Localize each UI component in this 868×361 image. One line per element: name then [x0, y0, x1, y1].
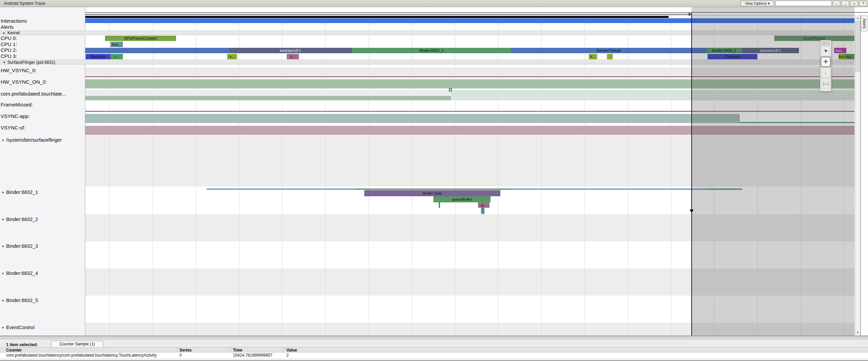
cursor-icon: ➤ — [821, 47, 830, 55]
selection-count-label: 1 item selected: — [6, 342, 38, 347]
thread-state-running2 — [512, 188, 706, 190]
horizontal-scroll-strip[interactable] — [0, 336, 868, 340]
help-button[interactable]: ? — [860, 1, 867, 6]
binder-sub-teal[interactable] — [481, 208, 484, 214]
table-row[interactable]: com.prefabulated.touchlatency/com.prefab… — [0, 353, 868, 358]
slice-w[interactable]: w... — [478, 202, 490, 208]
column-header[interactable]: Value — [286, 348, 297, 353]
selection-line[interactable] — [691, 12, 692, 336]
track-label[interactable]: CPU 1: — [1, 41, 17, 47]
slice-dispsync-1[interactable]: DispSync — [86, 54, 110, 59]
drag-grip-icon[interactable] — [821, 41, 830, 45]
thread-group-label[interactable]: ▾/system/bin/surfaceflinger — [2, 137, 62, 143]
touchlatency-band-bottom[interactable] — [85, 96, 451, 100]
tab-counter-sample[interactable]: Counter Sample (1) — [51, 341, 103, 347]
slice-k-green[interactable]: k... — [227, 54, 237, 59]
slice-cpu2-run[interactable] — [85, 48, 229, 53]
expander-icon[interactable]: ▾ — [2, 272, 4, 275]
slice-gpuframecomplet[interactable]: GPUFrameComplet — [105, 36, 176, 41]
track-label[interactable]: CPU 2: — [1, 47, 17, 53]
slice-binder-reply[interactable]: binder reply — [364, 190, 500, 196]
table-cell: 0 — [179, 353, 182, 358]
timing-tool-button[interactable]: |↔| — [821, 78, 830, 88]
scroll-up-icon[interactable]: ▲ — [855, 16, 860, 20]
expander-icon[interactable]: ▾ — [2, 138, 4, 142]
selection-tool-button[interactable]: ➤ — [821, 46, 830, 56]
table-cell: com.prefabulated.touchlatency/com.prefab… — [6, 353, 157, 358]
thread-group-label[interactable]: ▾EventControl — [2, 325, 35, 330]
track-label[interactable]: Alerts — [1, 24, 14, 30]
slice-k-green2[interactable]: k... — [589, 54, 597, 59]
thread-group-label[interactable]: ▾Binder:6832_4 — [2, 270, 38, 276]
column-separator[interactable] — [284, 347, 284, 353]
search-input[interactable] — [775, 1, 832, 6]
track-label[interactable]: com.prefabulated.touchlate... — [1, 91, 66, 97]
binder-sub-tick[interactable] — [439, 202, 440, 208]
column-separator[interactable] — [231, 347, 231, 353]
column-separator[interactable] — [177, 347, 177, 353]
slice-k-green3[interactable] — [607, 54, 613, 59]
fit-width-icon: |↔| — [823, 81, 828, 86]
track-label[interactable]: CPU 3: — [1, 53, 17, 59]
selection-line-handle[interactable] — [690, 209, 694, 213]
track-label[interactable]: FrameMissed: — [1, 102, 33, 107]
window-title: Android System Trace — [4, 1, 45, 6]
column-header[interactable]: Time — [233, 348, 242, 353]
thread-state-running — [207, 188, 355, 190]
expander-icon[interactable]: ▸ — [3, 31, 5, 35]
track-label[interactable]: HW_VSYNC_ON_0: — [1, 79, 47, 85]
track-label[interactable]: CPU 0: — [1, 35, 17, 41]
slice-k-mauve[interactable]: k... — [287, 54, 299, 59]
scroll-down-icon[interactable]: ▼ — [855, 330, 860, 335]
view-options-button[interactable]: View Options ▾ — [741, 1, 774, 6]
column-header[interactable]: Counter — [6, 348, 22, 353]
android-system-trace-window: Android System Trace View Options ▾ ← → … — [0, 0, 868, 361]
tool-palette: ➤ ✛ ↓ |↔| — [820, 40, 831, 92]
scrollbar-thumb[interactable] — [855, 21, 860, 72]
thread-state-runnable — [355, 188, 512, 190]
vsync-app-band[interactable] — [85, 114, 740, 123]
selected-sample-marker[interactable] — [449, 88, 452, 92]
slice-renderthread[interactable]: RenderThread — [511, 48, 707, 53]
expander-icon[interactable]: ▾ — [2, 326, 4, 329]
thread-group-label[interactable]: ▾Binder:6832_5 — [2, 298, 38, 303]
table-cell: 2 — [286, 353, 289, 358]
expander-icon[interactable]: ▾ — [3, 60, 5, 64]
down-arrow-icon: ↓ — [824, 69, 827, 75]
expander-icon[interactable]: ▾ — [2, 299, 4, 302]
expander-icon[interactable]: ▾ — [2, 190, 4, 194]
slice-binder-cpu2-1[interactable]: Binder:6832_1 — [352, 48, 511, 53]
track-label[interactable]: Interactions — [1, 18, 27, 24]
thread-group-label[interactable]: ▾Binder:6832_3 — [2, 243, 38, 249]
touchlatency-band-top[interactable] — [85, 90, 451, 96]
track-label[interactable]: HW_VSYNC_0: — [1, 67, 37, 73]
expander-icon[interactable]: ▾ — [2, 244, 4, 248]
track-label[interactable]: VSYNC-app: — [1, 113, 30, 119]
fast-forward-button[interactable]: » — [850, 1, 858, 6]
pan-tool-button[interactable]: ✛ — [821, 57, 831, 67]
slice-r[interactable]: r... — [110, 54, 123, 59]
thread-group-label[interactable]: ▾Binder:6832_1 — [2, 189, 38, 195]
slice-queuebuffer[interactable]: queueBuffer — [433, 196, 491, 202]
column-header[interactable]: Series — [179, 348, 192, 353]
slice-kworker-1[interactable]: kworker/u8:1 — [229, 48, 352, 53]
slice-kso-cpu1[interactable]: kso... — [110, 42, 123, 47]
title-bar — [0, 0, 868, 7]
zoom-tool-button[interactable]: ↓ — [821, 68, 830, 78]
track-label[interactable]: VSYNC-sf: — [1, 125, 25, 131]
pan-icon: ✛ — [824, 59, 828, 64]
table-header: CounterSeriesTimeValue — [0, 347, 868, 353]
nav-back-button[interactable]: ← — [833, 1, 840, 6]
detail-panel: 1 item selected: Counter Sample (1) Coun… — [0, 340, 868, 361]
nav-forward-button[interactable]: → — [842, 1, 849, 6]
interactions-content[interactable] — [85, 16, 669, 18]
thread-group-label[interactable]: ▾Binder:6832_2 — [2, 217, 38, 222]
table-cell: 15424.781999999657 — [233, 353, 273, 358]
range-arrow — [85, 14, 689, 15]
expander-icon[interactable]: ▾ — [2, 218, 4, 221]
alerts-panel — [861, 15, 868, 336]
alerts-tab[interactable]: Alerts — [861, 16, 867, 31]
